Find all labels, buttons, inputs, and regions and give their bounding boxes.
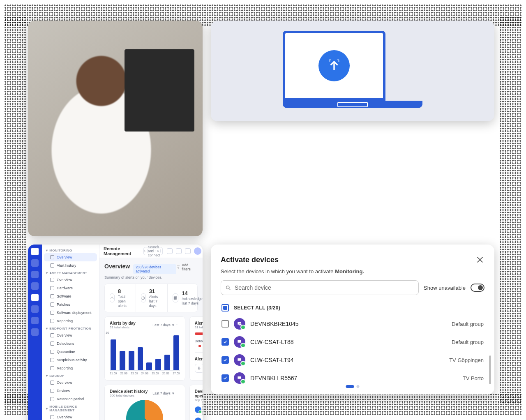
device-row[interactable]: CLW-CSAT-LT94 TV Göppingen — [221, 351, 484, 369]
search-device-input[interactable]: Search device — [221, 280, 419, 295]
nav-item[interactable]: Overview — [42, 378, 99, 387]
show-unavailable-toggle[interactable] — [471, 284, 484, 292]
filter-icon — [176, 265, 180, 269]
rail-icon[interactable] — [31, 328, 39, 336]
select-all-label: SELECT ALL (3/20) — [234, 305, 280, 311]
x-axis-labels: 21.0922.0923.0924.0925.0926.0927.09 — [110, 372, 180, 375]
rail-icon[interactable] — [31, 282, 39, 290]
activate-devices-modal: Activate devices Select the devices in w… — [211, 245, 494, 395]
nav-item[interactable]: Patches — [42, 300, 99, 309]
panel-title: Alerts by day — [110, 321, 136, 325]
kpi-row: ⚠ 8Total open alerts ◷ 31Alerts last 7 d… — [104, 284, 198, 312]
nav-item[interactable]: Quarantine — [42, 348, 99, 356]
device-icon — [195, 406, 201, 413]
svg-rect-3 — [238, 340, 241, 343]
nav-item[interactable]: Overview — [42, 276, 99, 284]
avatar[interactable] — [194, 247, 201, 255]
activation-pill: 200/220 devices activated — [133, 264, 176, 274]
nav-section[interactable]: ▾MOBILE DEVICE MANAGEMENT — [42, 403, 99, 413]
device-checkbox[interactable] — [221, 338, 229, 346]
device-checkbox[interactable] — [221, 356, 229, 364]
scrollbar-thumb[interactable] — [489, 355, 491, 384]
nav-section[interactable]: ▾BACKUP — [42, 372, 99, 378]
nav-item[interactable]: Software — [42, 292, 99, 300]
panel-most-open: Devices with most open alerts Top 10 dev… — [189, 385, 203, 420]
nav-item[interactable]: Overview — [42, 413, 99, 420]
bell-icon[interactable] — [185, 248, 191, 254]
rail-icon[interactable] — [31, 294, 39, 301]
trend-icon: ⇊ — [195, 364, 203, 373]
device-icon — [234, 336, 245, 348]
select-all-checkbox[interactable] — [221, 304, 229, 312]
device-row[interactable]: DEVNBKLLR5567 TV Porto — [221, 369, 484, 387]
kbd-hint: Ctrl + K — [147, 249, 161, 253]
nav-overview[interactable]: Overview — [44, 253, 97, 261]
range-selector[interactable]: Last 7 days ▾ ⋯ — [152, 323, 180, 327]
nav-item[interactable]: Reporting — [42, 364, 99, 372]
svg-point-6 — [144, 250, 145, 251]
chat-icon[interactable] — [176, 248, 182, 254]
rail-icon[interactable] — [31, 271, 39, 278]
side-nav: ▾MONITORING Overview Alert history ▾ASSE… — [42, 245, 99, 420]
status-legend: Detected7Acknowledged14Resolved10 — [195, 339, 203, 348]
upload-icon — [318, 50, 350, 81]
app-title: Remote Management — [104, 246, 131, 256]
device-icon — [195, 418, 201, 420]
device-group: TV Göppingen — [449, 357, 484, 363]
device-checkbox[interactable] — [221, 374, 229, 382]
nav-item[interactable]: Detections — [42, 339, 99, 348]
page-dot[interactable] — [346, 385, 354, 388]
clock-icon: ◷ — [141, 293, 146, 302]
kpi-open-alerts: ⚠ 8Total open alerts — [105, 284, 136, 312]
nav-item[interactable]: Software deployment — [42, 309, 99, 317]
nav-item[interactable]: Overview — [42, 331, 99, 339]
device-row[interactable]: CLW-CSAT-LT0224 — [195, 404, 203, 415]
hero-illustration — [211, 21, 494, 121]
nav-section[interactable]: ▾MONITORING — [42, 247, 99, 253]
panel-sub: 31 total alerts — [195, 325, 203, 329]
pager-dots — [346, 385, 360, 388]
device-row[interactable]: CLW-CSAT-LT88 Default group — [221, 333, 484, 351]
nav-item[interactable]: Reporting — [42, 317, 99, 325]
rail-icon[interactable] — [31, 305, 39, 313]
panel-menu-icon[interactable]: ⋯ — [176, 323, 180, 327]
rail-icon[interactable] — [31, 317, 39, 324]
search-icon — [144, 249, 146, 253]
nav-section[interactable]: ▾ASSET MANAGEMENT — [42, 270, 99, 276]
modal-title: Activate devices — [221, 256, 279, 264]
range-selector[interactable]: Last 7 days ▾ ⋯ — [152, 391, 180, 395]
device-icon — [234, 354, 245, 366]
show-unavailable-label: Show unavailable — [424, 285, 466, 291]
rail-icon[interactable] — [31, 259, 39, 267]
panel-alerts-by-day: Alerts by day 31 total alerts Last 7 day… — [104, 316, 185, 381]
close-icon[interactable] — [475, 255, 484, 264]
nav-item[interactable]: Retention period — [42, 395, 99, 403]
device-icon — [234, 372, 245, 384]
svg-point-0 — [226, 286, 230, 289]
panel-menu-icon[interactable]: ⋯ — [176, 391, 180, 395]
add-filters-button[interactable]: Add filters — [176, 263, 198, 271]
device-group: TV Porto — [463, 375, 484, 381]
panel-title: Devices with most open alerts — [195, 389, 203, 398]
panel-device-history: Device alert history 200 total devices L… — [104, 385, 185, 420]
nav-item[interactable]: Devices — [42, 387, 99, 395]
device-name: CLW-CSAT-LT88 — [250, 339, 447, 345]
device-checkbox[interactable] — [221, 320, 229, 328]
page-dot[interactable] — [357, 385, 360, 388]
global-search[interactable]: Search and connect Ctrl + K — [143, 247, 163, 255]
nav-item[interactable]: Hardware — [42, 284, 99, 292]
nav-item[interactable]: Suspicious activity — [42, 356, 99, 364]
nav-section[interactable]: ▾ENDPOINT PROTECTION — [42, 325, 99, 331]
dashboard-window: ▾MONITORING Overview Alert history ▾ASSE… — [28, 245, 203, 420]
svg-rect-2 — [239, 323, 242, 325]
help-icon[interactable] — [167, 248, 173, 254]
device-icon — [234, 318, 245, 330]
panel-sub: 31 total alerts — [110, 325, 136, 329]
device-row[interactable]: CLW-CSAT-LT024 — [195, 415, 203, 420]
status-stack-bar — [195, 332, 203, 335]
device-name: DEVNBKBRE1045 — [250, 321, 447, 327]
device-row[interactable]: DEVNBKBRE1045 Default group — [221, 315, 484, 333]
app-logo-icon[interactable] — [31, 248, 39, 255]
nav-alert-history[interactable]: Alert history — [42, 261, 99, 270]
calendar-icon: ▦ — [173, 293, 179, 302]
